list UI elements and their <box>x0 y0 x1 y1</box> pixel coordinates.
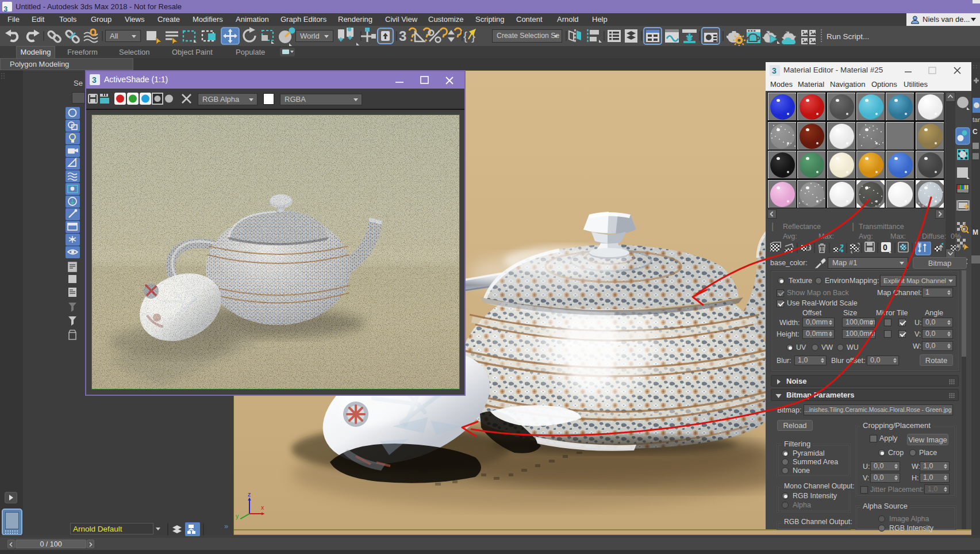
svg-text:C: C <box>973 128 978 136</box>
svg-text:Run Script...: Run Script... <box>827 32 869 41</box>
svg-text:»: » <box>224 522 228 530</box>
svg-text:z: z <box>248 491 251 498</box>
svg-text:3: 3 <box>92 75 97 85</box>
svg-text:M: M <box>973 228 978 236</box>
svg-text:0: 0 <box>883 243 887 252</box>
svg-text:3: 3 <box>399 28 406 44</box>
svg-text:x: x <box>261 504 264 511</box>
svg-text:y: y <box>236 513 239 519</box>
svg-text:tan: tan <box>973 116 980 123</box>
svg-text:3: 3 <box>772 66 777 75</box>
svg-text:{: { <box>463 29 467 43</box>
